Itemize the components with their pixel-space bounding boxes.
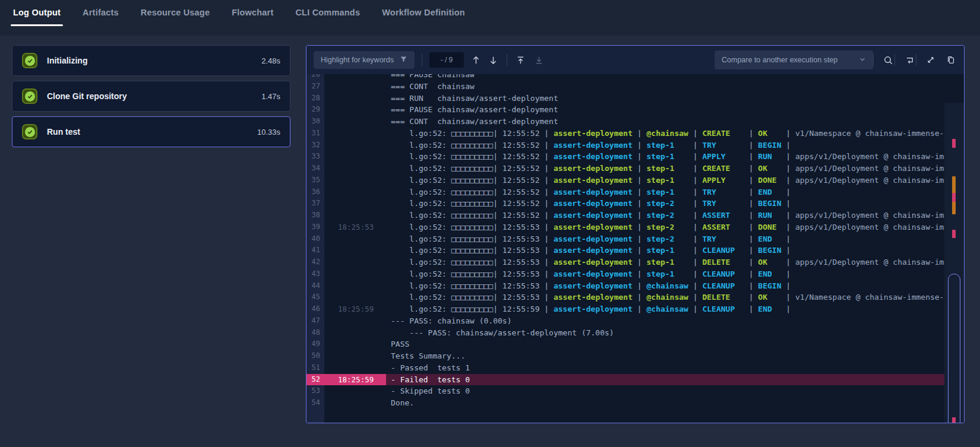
line-number[interactable]: 26 xyxy=(306,74,324,81)
log-field-green: assert-deployment xyxy=(554,256,633,268)
line-number[interactable]: 28 xyxy=(306,93,324,104)
step-card-initializing[interactable]: Initializing2.48s xyxy=(12,45,290,76)
log-line-content: l.go:52: □□□□□□□□□| 12:55:52 | assert-de… xyxy=(386,163,944,175)
log-text: | xyxy=(744,221,758,233)
compare-step-dropdown[interactable]: Compare to another execution step xyxy=(715,50,873,69)
log-field-cyan: assert-deployment xyxy=(554,198,633,210)
line-number[interactable]: 37 xyxy=(306,198,324,210)
line-number[interactable]: 42 xyxy=(306,256,324,268)
tab-artifacts[interactable]: Artifacts xyxy=(81,0,120,36)
divider xyxy=(894,54,895,66)
scroll-to-bottom-button[interactable] xyxy=(533,54,545,66)
line-number[interactable]: 39 xyxy=(306,221,324,233)
log-line: 40 l.go:52: □□□□□□□□□| 12:55:53 | assert… xyxy=(306,233,944,245)
tab-resource-usage[interactable]: Resource Usage xyxy=(140,0,211,36)
log-text: | xyxy=(633,163,646,175)
line-number[interactable]: 38 xyxy=(306,210,324,221)
line-number[interactable]: 48 xyxy=(306,327,324,339)
tab-flowchart[interactable]: Flowchart xyxy=(230,0,274,36)
line-number[interactable]: 31 xyxy=(306,128,324,140)
search-match-counter: - / 9 xyxy=(429,52,464,68)
log-line-content: PASS xyxy=(386,338,944,350)
line-number[interactable]: 49 xyxy=(306,338,324,350)
success-check-icon xyxy=(22,124,37,140)
tab-cli-commands[interactable]: CLI Commands xyxy=(294,0,361,36)
line-number[interactable]: 36 xyxy=(306,186,324,198)
step-label: Clone Git repository xyxy=(47,91,127,101)
line-number[interactable]: 47 xyxy=(306,315,324,327)
log-text: l.go:52: □□□□□□□□□| 12:55:53 | xyxy=(391,268,554,280)
tab-workflow-definition[interactable]: Workflow Definition xyxy=(381,0,466,36)
line-number[interactable]: 46 xyxy=(306,303,324,315)
log-text: | xyxy=(744,151,758,163)
search-icon[interactable] xyxy=(882,54,894,66)
log-field-cyan: assert-deployment xyxy=(554,268,633,280)
line-number[interactable]: 52 xyxy=(306,374,324,386)
log-line-gutter: 35 xyxy=(306,175,386,186)
minimap-marker xyxy=(952,139,956,148)
line-number[interactable]: 51 xyxy=(306,362,324,374)
line-number[interactable]: 40 xyxy=(306,233,324,245)
line-number[interactable]: 43 xyxy=(306,268,324,280)
log-text: | xyxy=(633,256,646,268)
log-minimap xyxy=(944,103,964,423)
highlight-keywords-dropdown[interactable]: Highlight for keywords xyxy=(314,51,415,69)
log-toolbar: Highlight for keywords - / 9 xyxy=(306,46,964,74)
line-number[interactable]: 27 xyxy=(306,81,324,93)
log-field-green: CREATE xyxy=(702,163,744,175)
log-line: 3918:25:53 l.go:52: □□□□□□□□□| 12:55:53 … xyxy=(306,221,944,233)
log-text: | xyxy=(744,198,758,210)
tab-log-output[interactable]: Log Output xyxy=(12,0,62,36)
log-field-cyan: assert-deployment xyxy=(554,245,633,256)
log-field-cyan: step-1 xyxy=(646,186,688,198)
success-check-icon xyxy=(22,53,37,68)
log-field-cyan: TRY xyxy=(702,140,744,151)
line-number[interactable]: 30 xyxy=(306,116,324,128)
log-text: l.go:52: □□□□□□□□□| 12:55:52 | xyxy=(391,151,554,163)
log-field-cyan: step-2 xyxy=(646,210,688,221)
line-number[interactable]: 45 xyxy=(306,291,324,303)
log-resource: apps/v1/Deployment @ chainsaw-im xyxy=(795,256,944,268)
log-field-cyan: CLEANUP xyxy=(702,303,744,315)
log-text: l.go:52: □□□□□□□□□| 12:55:53 | xyxy=(391,233,554,245)
log-field-cyan: assert-deployment xyxy=(554,303,633,315)
line-number[interactable]: 44 xyxy=(306,280,324,292)
compare-step-label: Compare to another execution step xyxy=(722,56,837,64)
log-field-cyan: APPLY xyxy=(702,151,744,163)
line-number[interactable]: 32 xyxy=(306,140,324,151)
line-number[interactable]: 54 xyxy=(306,397,324,409)
log-line-gutter: 29 xyxy=(306,104,386,116)
wrap-line-icon[interactable] xyxy=(903,54,916,66)
line-number[interactable]: 33 xyxy=(306,151,324,163)
log-line: 44 l.go:52: □□□□□□□□□| 12:55:53 | assert… xyxy=(306,280,944,292)
minimap-marker xyxy=(952,230,956,238)
previous-match-button[interactable] xyxy=(470,54,482,66)
step-card-clone-git-repository[interactable]: Clone Git repository1.47s xyxy=(12,81,290,112)
line-number[interactable]: 29 xyxy=(306,104,324,116)
log-field-green: OK xyxy=(758,291,781,303)
log-text: | xyxy=(782,280,795,292)
line-number[interactable]: 53 xyxy=(306,385,324,397)
line-number[interactable]: 34 xyxy=(306,163,324,175)
scroll-to-top-button[interactable] xyxy=(514,54,527,66)
step-card-run-test[interactable]: Run test10.33s xyxy=(12,116,290,147)
scrollbar-thumb[interactable] xyxy=(948,274,960,423)
log-field-cyan: CLEANUP xyxy=(702,268,744,280)
log-line-content: l.go:52: □□□□□□□□□| 12:55:53 | assert-de… xyxy=(386,280,944,292)
log-text: | xyxy=(782,268,795,280)
line-number[interactable]: 35 xyxy=(306,175,324,186)
log-field-cyan: assert-deployment xyxy=(554,280,633,292)
line-number[interactable]: 41 xyxy=(306,245,324,256)
next-match-button[interactable] xyxy=(487,54,500,66)
copy-icon[interactable] xyxy=(945,54,957,66)
log-line-content: l.go:52: □□□□□□□□□| 12:55:53 | assert-de… xyxy=(386,245,944,256)
log-line-content: l.go:52: □□□□□□□□□| 12:55:53 | assert-de… xyxy=(386,268,944,280)
log-line-content: l.go:52: □□□□□□□□□| 12:55:53 | assert-de… xyxy=(386,256,944,268)
log-resource: apps/v1/Deployment @ chainsaw-im xyxy=(795,151,944,163)
line-number[interactable]: 50 xyxy=(306,350,324,362)
log-field-cyan: step-2 xyxy=(646,198,688,210)
log-text: | xyxy=(633,233,646,245)
log-line-gutter: 41 xyxy=(306,245,386,256)
fullscreen-expand-icon[interactable] xyxy=(925,54,937,66)
log-line-content: l.go:52: □□□□□□□□□| 12:55:52 | assert-de… xyxy=(386,151,944,163)
